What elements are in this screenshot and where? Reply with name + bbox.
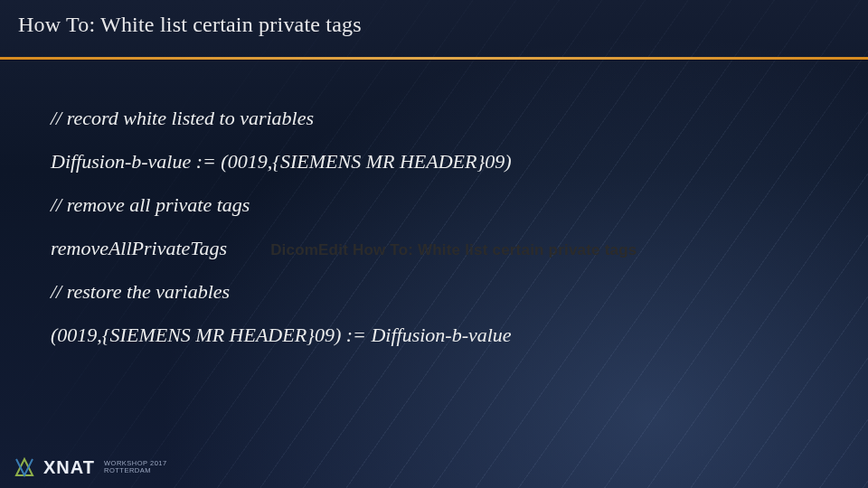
xnat-logo-icon: [13, 455, 36, 479]
footer: XNAT WORKSHOP 2017 ROTTERDAM: [13, 455, 167, 479]
code-line-comment-2: // remove all private tags: [51, 190, 817, 221]
slide-title: How To: White list certain private tags: [0, 0, 868, 46]
code-line-call: removeAllPrivateTags: [51, 233, 227, 264]
code-block: // record white listed to variables Diff…: [0, 60, 868, 352]
slide: How To: White list certain private tags …: [0, 0, 868, 488]
code-line-comment-1: // record white listed to variables: [51, 103, 817, 134]
inline-annotation: DicomEdit How To: White list certain pri…: [270, 239, 637, 262]
footer-brand: XNAT: [43, 457, 95, 478]
code-line-comment-3: // restore the variables: [51, 277, 817, 307]
footer-subtitle: WORKSHOP 2017 ROTTERDAM: [104, 460, 167, 474]
code-line-assign-2: (0019,{SIEMENS MR HEADER}09) := Diffusio…: [51, 320, 817, 351]
code-line-assign-1: Diffusion-b-value := (0019,{SIEMENS MR H…: [51, 146, 817, 177]
footer-sub-line-2: ROTTERDAM: [104, 467, 167, 474]
